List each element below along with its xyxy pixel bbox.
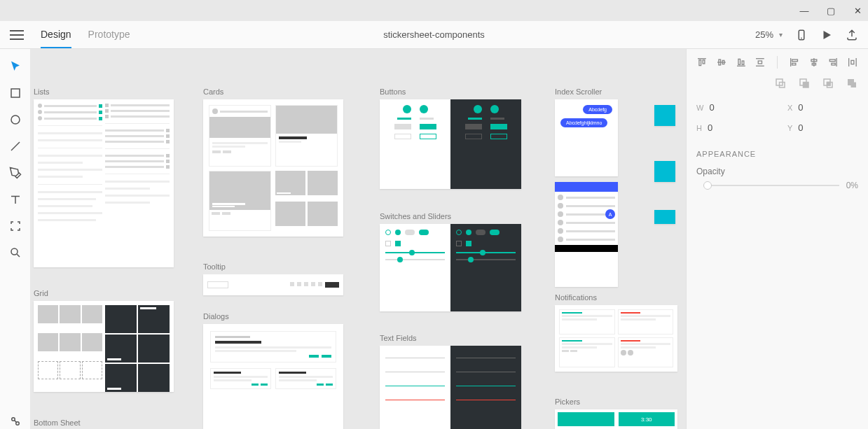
boolean-ops bbox=[696, 77, 858, 90]
rectangle-tool[interactable] bbox=[8, 85, 23, 101]
select-tool[interactable] bbox=[8, 59, 23, 74]
exclude-icon[interactable] bbox=[846, 77, 858, 90]
artboard-tooltip[interactable] bbox=[203, 274, 343, 295]
properties-panel: W0 X0 H0 Y0 APPEARANCE Opacity 0% bbox=[686, 49, 868, 429]
menu-button[interactable] bbox=[10, 30, 24, 40]
svg-rect-24 bbox=[792, 63, 796, 65]
artboard-label-notifications[interactable]: Notifications bbox=[555, 293, 597, 302]
artboard-dialogs[interactable] bbox=[203, 324, 343, 429]
appearance-title: APPEARANCE bbox=[696, 150, 858, 158]
artboard-pickers[interactable]: 3:30 bbox=[555, 409, 677, 429]
artboard-grid[interactable] bbox=[34, 301, 174, 392]
svg-rect-18 bbox=[742, 61, 744, 64]
text-tool[interactable] bbox=[8, 192, 23, 207]
svg-rect-21 bbox=[759, 61, 762, 64]
svg-rect-42 bbox=[851, 83, 857, 88]
chevron-down-icon: ▾ bbox=[779, 31, 783, 38]
play-icon[interactable] bbox=[820, 29, 833, 41]
document-title: stickersheet-components bbox=[383, 29, 485, 40]
subtract-icon[interactable] bbox=[798, 77, 811, 90]
canvas[interactable]: Lists bbox=[31, 49, 686, 429]
artboard-notifications[interactable] bbox=[555, 305, 677, 372]
svg-rect-11 bbox=[699, 60, 701, 66]
artboard-label-textfields[interactable]: Text Fields bbox=[380, 334, 417, 342]
artboard-indexscroller-2[interactable]: A bbox=[555, 182, 618, 287]
pen-tool[interactable] bbox=[8, 165, 23, 181]
distribute-v-icon[interactable] bbox=[755, 56, 766, 69]
artboard-extra-1[interactable] bbox=[654, 105, 675, 126]
artboard-label-bottomsheet[interactable]: Bottom Sheet bbox=[34, 419, 81, 427]
svg-line-9 bbox=[14, 421, 16, 423]
left-toolbar bbox=[0, 49, 31, 429]
share-icon[interactable] bbox=[846, 29, 858, 41]
align-right-icon[interactable] bbox=[827, 56, 839, 69]
svg-line-4 bbox=[11, 142, 20, 150]
device-preview-icon[interactable] bbox=[795, 29, 808, 41]
artboard-label-pickers[interactable]: Pickers bbox=[555, 398, 580, 406]
width-field[interactable]: W0 bbox=[696, 102, 759, 113]
svg-rect-2 bbox=[11, 89, 20, 97]
distribute-h-icon[interactable] bbox=[847, 56, 858, 69]
artboard-label-buttons[interactable]: Buttons bbox=[380, 87, 406, 96]
artboard-label-switches[interactable]: Switches and Sliders bbox=[380, 212, 451, 220]
height-field[interactable]: H0 bbox=[696, 122, 759, 133]
svg-rect-33 bbox=[851, 60, 854, 64]
artboard-indexscroller-1[interactable]: Abcdefg Abcdefghijklmno bbox=[555, 99, 618, 176]
artboard-label-indexscroller[interactable]: Index Scroller bbox=[555, 87, 602, 96]
opacity-control: 0% bbox=[696, 181, 858, 190]
union-icon[interactable] bbox=[774, 77, 787, 90]
y-field[interactable]: Y0 bbox=[787, 122, 850, 133]
tab-design[interactable]: Design bbox=[41, 22, 71, 48]
align-bottom-icon[interactable] bbox=[736, 56, 747, 69]
maximize-button[interactable]: ▢ bbox=[826, 6, 836, 15]
artboard-label-grid[interactable]: Grid bbox=[34, 289, 48, 297]
align-center-icon[interactable] bbox=[808, 56, 820, 69]
x-field[interactable]: X0 bbox=[787, 102, 850, 113]
app-topbar: Design Prototype stickersheet-components… bbox=[0, 21, 868, 49]
artboard-textfields[interactable] bbox=[380, 346, 521, 429]
align-top-icon[interactable] bbox=[696, 56, 708, 69]
assets-button[interactable] bbox=[8, 414, 23, 429]
svg-rect-40 bbox=[827, 83, 831, 86]
svg-rect-12 bbox=[703, 60, 705, 64]
intersect-icon[interactable] bbox=[822, 77, 834, 90]
window-titlebar: — ▢ ✕ bbox=[0, 0, 868, 21]
opacity-label: Opacity bbox=[696, 167, 858, 176]
zoom-dropdown[interactable]: 25%▾ bbox=[755, 29, 783, 40]
opacity-value: 0% bbox=[846, 181, 858, 190]
artboard-label-dialogs[interactable]: Dialogs bbox=[203, 312, 229, 321]
zoom-tool[interactable] bbox=[8, 245, 23, 260]
svg-point-3 bbox=[11, 115, 20, 124]
artboard-label-cards[interactable]: Cards bbox=[203, 87, 223, 96]
svg-line-6 bbox=[17, 254, 20, 257]
transform-section: W0 X0 H0 Y0 bbox=[696, 102, 858, 133]
align-controls bbox=[696, 56, 858, 69]
opacity-slider[interactable] bbox=[703, 185, 839, 186]
align-left-icon[interactable] bbox=[789, 56, 800, 69]
artboard-extra-3[interactable] bbox=[654, 210, 675, 224]
svg-rect-29 bbox=[830, 59, 836, 62]
artboard-cards[interactable] bbox=[203, 99, 343, 237]
artboard-buttons[interactable] bbox=[380, 99, 521, 189]
artboard-switches[interactable] bbox=[380, 224, 521, 311]
artboard-extra-2[interactable] bbox=[654, 161, 675, 182]
ellipse-tool[interactable] bbox=[8, 112, 23, 127]
artboard-lists[interactable] bbox=[34, 99, 174, 267]
svg-rect-30 bbox=[832, 63, 835, 65]
artboard-label-lists[interactable]: Lists bbox=[34, 87, 50, 96]
mode-tabs: Design Prototype bbox=[41, 22, 130, 48]
close-button[interactable]: ✕ bbox=[853, 6, 862, 15]
svg-point-5 bbox=[11, 248, 18, 255]
svg-rect-23 bbox=[792, 59, 798, 62]
align-middle-icon[interactable] bbox=[716, 56, 727, 69]
line-tool[interactable] bbox=[8, 139, 23, 154]
tab-prototype[interactable]: Prototype bbox=[88, 22, 130, 48]
svg-rect-17 bbox=[738, 59, 740, 64]
artboard-label-tooltip[interactable]: Tooltip bbox=[203, 262, 226, 271]
svg-rect-37 bbox=[804, 83, 809, 88]
artboard-tool[interactable] bbox=[8, 218, 23, 234]
minimize-button[interactable]: — bbox=[799, 6, 809, 15]
